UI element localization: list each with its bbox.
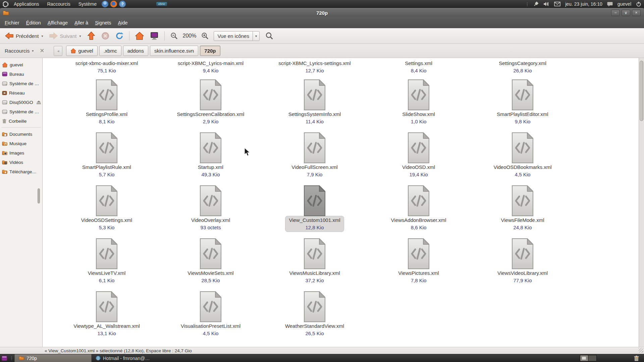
taskbar-task-2[interactable]: Hotmail - fmronan@…	[92, 354, 169, 362]
sidebar-item-disq500go[interactable]: Disq500GO	[0, 98, 42, 107]
menu-applications[interactable]: Applications	[10, 0, 43, 8]
help-icon[interactable]: ?	[119, 1, 126, 7]
tasklist-grip[interactable]: ⋮	[9, 356, 13, 361]
breadcrumb-guevel[interactable]: guevel	[66, 46, 97, 56]
power-icon[interactable]	[636, 1, 641, 7]
file-item-SettingsScreenCalibration.xml[interactable]: SettingsScreenCalibration.xml2,9 Kio	[162, 79, 260, 126]
menu-affichage[interactable]: Affichage	[44, 18, 71, 27]
close-button[interactable]: ×	[632, 10, 641, 16]
file-item-Settings.xml[interactable]: Settings.xml8,4 Kio	[370, 59, 468, 75]
minimize-button[interactable]: −	[611, 10, 620, 16]
file-item-ViewsPictures.xml[interactable]: ViewsPictures.xml7,8 Kio	[370, 238, 468, 285]
mail-icon[interactable]	[554, 2, 560, 6]
file-item-SettingsSystemInfo.xml[interactable]: SettingsSystemInfo.xml11,4 Kio	[266, 79, 364, 126]
workspace-1[interactable]	[580, 355, 588, 361]
chat-icon[interactable]	[607, 2, 613, 7]
file-item-SmartPlaylistRule.xml[interactable]: SmartPlaylistRule.xml5,7 Kio	[58, 132, 156, 179]
file-item-VideoOverlay.xml[interactable]: VideoOverlay.xml93 octets	[162, 185, 260, 232]
file-item-ViewsLiveTV.xml[interactable]: ViewsLiveTV.xml6,1 Kio	[58, 238, 156, 285]
file-item-SmartPlaylistEditor.xml[interactable]: SmartPlaylistEditor.xml9,8 Kio	[474, 79, 572, 126]
firefox-icon[interactable]	[110, 1, 117, 7]
file-item-VideoOSDBookmarks.xml[interactable]: VideoOSDBookmarks.xml4,5 Kio	[474, 132, 572, 179]
file-item-ViewsFileMode.xml[interactable]: ViewsFileMode.xml24,8 Kio	[474, 185, 572, 232]
sidebar-item-guevel[interactable]: guevel	[0, 60, 42, 69]
up-button[interactable]	[85, 30, 98, 42]
file-item-SettingsProfile.xml[interactable]: SettingsProfile.xml8,1 Kio	[58, 79, 156, 126]
file-item-VideoFullScreen.xml[interactable]: VideoFullScreen.xml7,9 Kio	[266, 132, 364, 179]
vertical-scrollbar[interactable]	[639, 58, 644, 347]
close-sidebar-icon[interactable]: ✕	[37, 47, 47, 54]
breadcrumb-720p[interactable]: 720p	[200, 46, 220, 56]
forward-button[interactable]: Suivant▾	[47, 31, 83, 41]
breadcrumb-skin-influence-svn[interactable]: skin.influence.svn	[150, 46, 198, 56]
user-menu[interactable]: guevel	[618, 1, 631, 7]
trash-applet-icon[interactable]	[634, 355, 639, 361]
vertical-scrollbar-thumb[interactable]	[640, 61, 643, 121]
file-item-ViewsVideoLibrary.xml[interactable]: ViewsVideoLibrary.xml77,9 Kio	[474, 238, 572, 285]
sidebar-scrollbar-thumb[interactable]	[38, 188, 40, 203]
ubuntu-logo-icon[interactable]	[2, 1, 9, 7]
workspace-2[interactable]	[588, 355, 596, 361]
refresh-button[interactable]	[113, 30, 126, 42]
workspace-switcher[interactable]	[580, 355, 597, 361]
back-dropdown-arrow[interactable]: ▾	[41, 34, 43, 38]
file-item-script-XBMC_Lyrics-main.xml[interactable]: script-XBMC_Lyrics-main.xml9,4 Kio	[162, 59, 260, 75]
view-mode-arrow[interactable]: ▾	[253, 32, 259, 41]
sidebar-item-t-l-charge-[interactable]: Télécharge…	[0, 167, 42, 176]
file-item-VideoOSD.xml[interactable]: VideoOSD.xml19,4 Kio	[370, 132, 468, 179]
sidebar-item-corbeille[interactable]: Corbeille	[0, 116, 42, 126]
maximize-button[interactable]: ∨	[622, 10, 630, 16]
file-item-SlideShow.xml[interactable]: SlideShow.xml1,0 Kio	[370, 79, 468, 126]
sidebar-item-musique[interactable]: Musique	[0, 139, 42, 148]
forward-dropdown-arrow[interactable]: ▾	[79, 34, 81, 38]
search-button[interactable]	[263, 30, 276, 42]
shortcuts-dropdown[interactable]: Raccourcis▾	[3, 48, 35, 54]
file-item-VideoOSDSettings.xml[interactable]: VideoOSDSettings.xml5,3 Kio	[58, 185, 156, 232]
stop-button[interactable]	[99, 30, 112, 42]
sidebar-item-syst-me-de-[interactable]: Système de …	[0, 79, 42, 88]
menu-signets[interactable]: Signets	[92, 18, 114, 27]
menu-edition[interactable]: Édition	[23, 18, 44, 27]
sidebar-item-documents[interactable]: Documents	[0, 129, 42, 139]
menu-aide[interactable]: Aide	[115, 18, 131, 27]
sidebar-item-syst-me-de-[interactable]: Système de …	[0, 107, 42, 116]
input-plug-icon[interactable]	[533, 1, 539, 7]
file-item-script-XBMC_Lyrics-settings.xml[interactable]: script-XBMC_Lyrics-settings.xml12,7 Kio	[266, 59, 364, 75]
resize-grip[interactable]	[639, 348, 643, 353]
zoom-in-button[interactable]	[199, 31, 211, 41]
zoom-out-button[interactable]	[168, 31, 180, 41]
sidebar-item-images[interactable]: Images	[0, 148, 42, 158]
breadcrumb-addons[interactable]: addons	[123, 46, 148, 56]
clock[interactable]: jeu. 23 juin, 16:10	[565, 1, 602, 7]
taskbar-task-1[interactable]: 720p	[14, 354, 92, 362]
back-button[interactable]: Précédent▾	[3, 31, 45, 41]
file-item-ViewsAddonBrowser.xml[interactable]: ViewsAddonBrowser.xml8,6 Kio	[370, 185, 468, 232]
home-button[interactable]	[133, 30, 146, 42]
tray-grip-dots[interactable]: ⋮	[525, 2, 529, 7]
menu-fichier[interactable]: Fichier	[1, 18, 23, 27]
menu-aller-a[interactable]: Aller à	[71, 18, 92, 27]
file-item-View_Custom1001.xml[interactable]: View_Custom1001.xml12,8 Kio	[266, 185, 364, 232]
file-item-VisualisationPresetList.xml[interactable]: VisualisationPresetList.xml4,5 Kio	[162, 291, 260, 338]
view-mode-select[interactable]: Vue en icônes ▾	[214, 31, 260, 41]
file-item-Viewtype_AL_Wallstream.xml[interactable]: Viewtype_AL_Wallstream.xml13,1 Kio	[58, 291, 156, 338]
menu-raccourcis[interactable]: Raccourcis	[43, 0, 74, 8]
file-item-ViewsMusicLibrary.xml[interactable]: ViewsMusicLibrary.xml37,2 Kio	[266, 238, 364, 285]
file-item-SettingsCategory.xml[interactable]: SettingsCategory.xml26,8 Kio	[474, 59, 572, 75]
file-item-script-xbmc-audio-mixer.xml[interactable]: script-xbmc-audio-mixer.xml75,1 Kio	[58, 59, 156, 75]
eject-icon[interactable]	[37, 101, 41, 104]
breadcrumb--xbmc[interactable]: .xbmc	[99, 46, 121, 56]
xbmc-tray-icon[interactable]: xbmc	[156, 2, 167, 6]
sidebar-item-vid-os[interactable]: Vidéos	[0, 158, 42, 167]
sidebar-item-bureau[interactable]: Bureau	[0, 69, 42, 79]
show-desktop-button[interactable]	[1, 356, 7, 361]
menu-systeme[interactable]: Système	[74, 0, 101, 8]
chromium-icon[interactable]	[102, 1, 108, 7]
file-item-WeatherStandardView.xml[interactable]: WeatherStandardView.xml26,5 Kio	[266, 291, 364, 338]
file-item-ViewsMovieSets.xml[interactable]: ViewsMovieSets.xml28,5 Kio	[162, 238, 260, 285]
breadcrumb-scroll-left[interactable]: ◂	[54, 46, 62, 56]
volume-icon[interactable]	[543, 1, 549, 7]
computer-button[interactable]	[148, 30, 161, 42]
titlebar[interactable]: 720p − ∨ ×	[0, 8, 644, 17]
sidebar-item-r-seau[interactable]: Réseau	[0, 88, 42, 98]
